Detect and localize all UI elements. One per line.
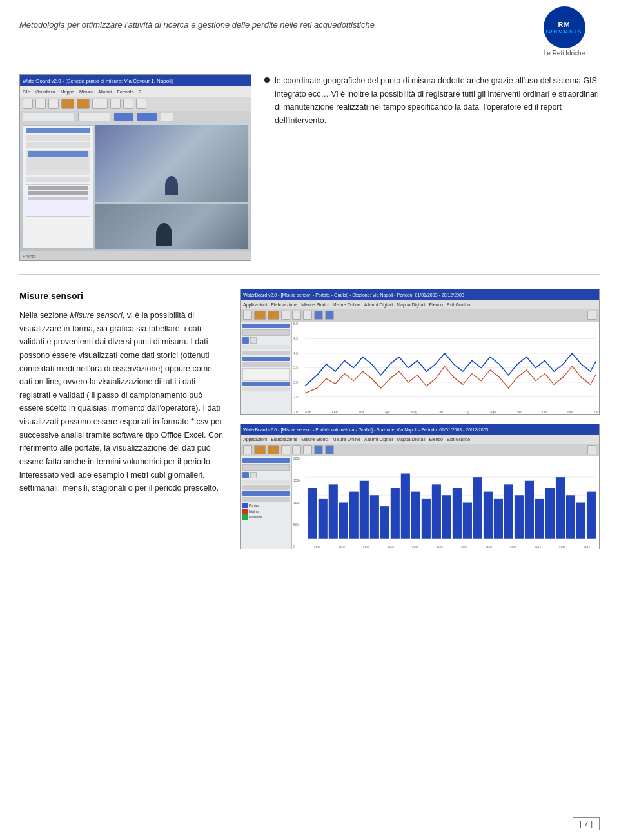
cs-titlebar-1: WaterBoard v2.0 - [Misure sensori - Port… [241,289,599,300]
screen-titlebar: WaterBoard v2.0 - [Scheda punto di misur… [20,75,251,86]
subbar-input [78,113,110,121]
cs-toolbar-2 [241,444,599,456]
svg-rect-33 [556,477,565,539]
cs-titlebar-2: WaterBoard v2.0 - [Misure sensori - Port… [241,424,599,435]
bullet-text: le coordinate geografiche del punto di m… [275,74,600,128]
svg-rect-16 [380,506,389,539]
svg-rect-21 [432,484,441,538]
screen-content [20,122,251,251]
svg-rect-34 [566,495,575,539]
top-screenshot: WaterBoard v2.0 - [Scheda punto di misur… [19,74,251,261]
svg-rect-29 [515,495,524,539]
toolbar-btn-6 [92,99,108,109]
line-chart-area: 5.0 4.5 4.0 3.5 3.0 2.5 2.0 [292,322,599,414]
logo-circle: RM IDRODATA [544,6,585,48]
screen-menubar: File Visualizza Mappe Misure Allarmi For… [20,86,251,97]
logo-subtitle: Le Reti Idriche [529,50,600,57]
screen-left-panel [23,125,93,249]
svg-rect-35 [576,503,585,539]
svg-rect-10 [319,499,328,539]
logo-brand-text: IDRODATA [545,28,582,34]
toolbar-btn-3 [48,99,59,109]
toolbar-btn-5 [77,99,90,109]
svg-rect-30 [525,481,534,539]
cs-left-panel-1 [241,322,292,414]
cs-menubar-1: Applicazioni Elaborazione Misure Storici… [241,300,599,309]
bar-chart-screen: WaterBoard v2.0 - [Misure sensori - Port… [240,424,600,549]
toolbar-btn-7 [110,99,121,109]
screen-toolbar [20,97,251,111]
bullet-icon [264,77,270,83]
bullet-item: le coordinate geografiche del punto di m… [264,74,600,128]
page-header: Metodologia per ottimizzare l'attività d… [0,0,619,61]
section-title: Misure sensori [19,289,226,304]
bar-chart-area: 200k 150k 100k 50k 0 [292,456,599,549]
bottom-section: Misure sensori Nella sezione Misure sens… [0,275,619,563]
svg-rect-19 [411,492,420,539]
cs-toolbar-1 [241,309,599,322]
screen-subbar [20,111,251,122]
screen-right-panel [95,125,248,249]
logo-area: RM IDRODATA Le Reti Idriche [529,6,600,57]
svg-rect-11 [329,484,338,538]
bar-chart-svg [305,459,596,546]
subbar-btn [114,113,133,121]
photo-bottom [95,204,248,249]
svg-rect-17 [391,488,400,539]
svg-rect-28 [504,484,513,538]
svg-rect-25 [473,477,482,539]
toolbar-btn-2 [35,99,46,109]
svg-rect-22 [442,495,451,539]
photo-top [95,125,248,202]
header-title: Metodologia per ottimizzare l'attività d… [19,6,375,31]
top-section: WaterBoard v2.0 - [Scheda punto di misur… [0,61,619,274]
svg-rect-23 [453,488,462,539]
cs-content-1: 5.0 4.5 4.0 3.5 3.0 2.5 2.0 [241,322,599,414]
svg-rect-36 [587,492,596,539]
screen-statusbar: Pronto [20,251,251,260]
toolbar-btn-4 [61,99,74,109]
cs-content-2: Portata Minima Massima 200k 150 [241,456,599,549]
svg-rect-9 [308,488,317,539]
svg-rect-20 [422,499,431,539]
svg-rect-27 [494,499,503,539]
toolbar-btn-1 [23,99,33,109]
svg-rect-14 [360,481,369,539]
svg-rect-31 [535,499,544,539]
italic-label: Misure sensori [70,311,123,320]
page-footer: [ 7 ] [573,819,600,828]
line-chart-svg [305,324,596,411]
subbar-dropdown [23,113,74,121]
subbar-btn2 [137,113,157,121]
cs-left-panel-2: Portata Minima Massima [241,456,292,549]
toolbar-btn-8 [123,99,133,109]
svg-rect-12 [339,503,348,539]
right-screens-col: WaterBoard v2.0 - [Misure sensori - Port… [240,289,600,549]
logo-rm-text: RM [558,21,570,28]
svg-rect-32 [545,488,555,539]
page-number: [ 7 ] [573,817,600,830]
svg-rect-18 [401,474,410,539]
line-chart-screen: WaterBoard v2.0 - [Misure sensori - Port… [240,289,600,415]
svg-rect-13 [349,492,359,539]
subbar-btn3 [161,113,173,121]
cs-menubar-2: Applicazioni Elaborazione Misure Storici… [241,435,599,444]
bottom-paragraph: Nella sezione Misure sensori, vi è la po… [19,309,226,495]
top-right-text: le coordinate geografiche del punto di m… [264,74,600,133]
screen-titlebar-text: WaterBoard v2.0 - [Scheda punto di misur… [23,78,173,84]
svg-rect-24 [463,503,472,539]
left-text-col: Misure sensori Nella sezione Misure sens… [19,289,226,495]
svg-rect-26 [484,492,493,539]
toolbar-btn-9 [136,99,146,109]
svg-rect-15 [370,495,379,539]
